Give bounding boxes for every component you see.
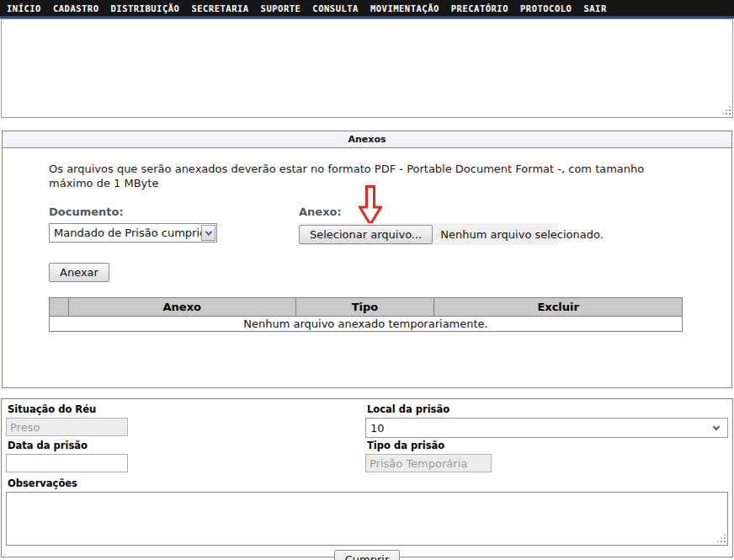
cumprir-button[interactable]: Cumprir [334, 550, 401, 560]
top-editor-container [1, 19, 733, 118]
nav-item-precatorio[interactable]: PRECATÓRIO [451, 3, 508, 13]
local-prisao-label: Local da prisão [367, 403, 728, 415]
anexos-section-title: Anexos [3, 131, 731, 148]
nav-item-movimentacao[interactable]: MOVIMENTAÇÃO [370, 3, 439, 13]
data-prisao-label: Data da prisão [8, 440, 365, 451]
table-header-empty [50, 298, 69, 317]
nav-item-protocolo[interactable]: PROTOCOLO [520, 3, 572, 13]
documento-label: Documento: [49, 205, 217, 218]
nav-item-sair[interactable]: SAIR [583, 3, 606, 13]
attachments-empty-row: Nenhum arquivo anexado temporariamente. [50, 317, 683, 332]
situacao-reu-column: Situação do Réu Data da prisão [6, 402, 365, 476]
nav-item-distribuicao[interactable]: DISTRIBUIÇÃO [111, 3, 180, 13]
nav-item-secretaria[interactable]: SECRETARIA [191, 3, 248, 13]
nav-item-consulta[interactable]: CONSULTA [312, 3, 359, 13]
attachments-table: Anexo Tipo Excluir Nenhum arquivo anexad… [49, 297, 683, 332]
local-prisao-select[interactable]: 10 [365, 418, 728, 438]
table-header-anexo: Anexo [68, 298, 295, 317]
tipo-prisao-input [365, 454, 492, 472]
local-prisao-selected-value: 10 [370, 422, 385, 435]
local-prisao-column: Local da prisão 10 Tipo da prisão [365, 402, 728, 476]
documento-field-group: Documento: Mandado de Prisão cumprido [49, 205, 217, 243]
situacao-reu-label: Situação do Réu [8, 403, 365, 415]
table-header-excluir: Excluir [434, 298, 683, 317]
anexo-label: Anexo: [299, 205, 558, 218]
file-select-button[interactable]: Selecionar arquivo... [299, 225, 433, 244]
nav-item-inicio[interactable]: INÍCIO [7, 3, 41, 13]
attachments-empty-message: Nenhum arquivo anexado temporariamente. [50, 317, 683, 332]
anexar-button[interactable]: Anexar [49, 263, 109, 282]
top-textarea[interactable] [1, 19, 733, 118]
nav-item-cadastro[interactable]: CADASTRO [53, 3, 99, 13]
chevron-down-icon [713, 424, 720, 430]
documento-dropdown-button[interactable] [201, 225, 215, 241]
file-input[interactable]: Selecionar arquivo... Nenhum arquivo sel… [299, 223, 558, 245]
data-prisao-input[interactable] [6, 454, 128, 472]
documento-selected-value: Mandado de Prisão cumprido [54, 227, 213, 239]
observacoes-label: Observações [8, 477, 728, 489]
tipo-prisao-label: Tipo da prisão [367, 440, 728, 451]
anexo-field-group: Anexo: Selecionar arquivo... Nenhum arqu… [299, 205, 558, 245]
top-menu-bar: INÍCIO CADASTRO DISTRIBUIÇÃO SECRETARIA … [0, 0, 734, 16]
chevron-down-icon [205, 228, 211, 235]
observacoes-container [6, 492, 728, 546]
table-header-tipo: Tipo [295, 298, 434, 317]
situacao-reu-input [6, 418, 128, 436]
anexos-section: Anexos Os arquivos que serão anexados de… [2, 131, 732, 388]
observacoes-textarea[interactable] [6, 492, 728, 546]
attachments-table-header-row: Anexo Tipo Excluir [50, 298, 683, 317]
nav-item-suporte[interactable]: SUPORTE [261, 3, 301, 13]
file-status-text: Nenhum arquivo selecionado. [433, 228, 604, 241]
situacao-section: Situação do Réu Data da prisão Local da … [1, 398, 733, 557]
documento-select[interactable]: Mandado de Prisão cumprido [49, 223, 217, 243]
